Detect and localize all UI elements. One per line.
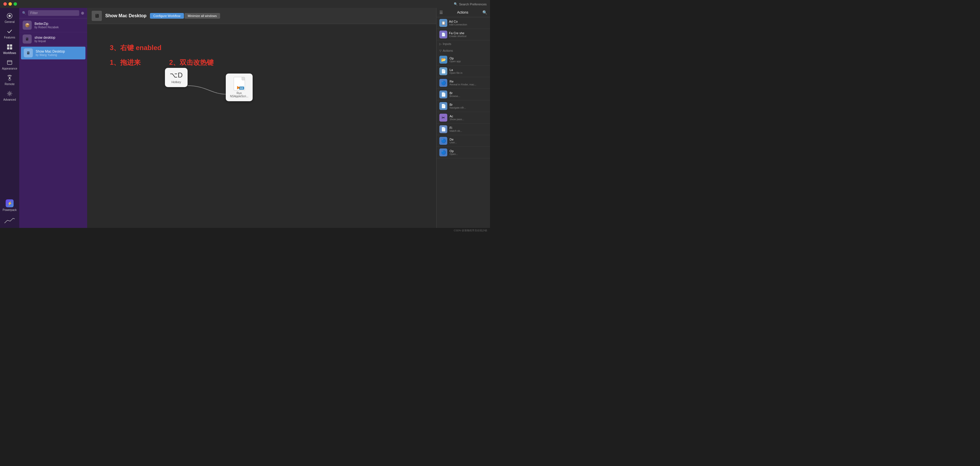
betterzip-name: BetterZip	[35, 22, 84, 26]
filter-options-icon[interactable]: ⊕	[81, 11, 84, 15]
filter-input[interactable]	[28, 10, 79, 16]
panel-search-icon[interactable]: 🔍	[482, 10, 487, 15]
showdesktop-icon: 🖥	[22, 35, 32, 44]
action-thumb-op1: 📂	[439, 56, 447, 63]
inputs-section[interactable]: ▷ Inputs	[436, 40, 490, 47]
workflow-item-showdesktop[interactable]: 🖥 show desktop by lequal	[19, 32, 87, 46]
action-desc-re: Reveal in Finder, mac...	[450, 83, 487, 86]
sidebar-label-remote: Remote	[5, 82, 14, 86]
general-icon	[6, 13, 13, 19]
content-header-icon: 🖥	[92, 11, 102, 21]
action-item-op2[interactable]: 🔵 Op Open...	[436, 147, 490, 159]
action-desc-br2: Navigate Alfr...	[450, 106, 487, 109]
action-name-ac: Ac	[450, 114, 487, 118]
panel-header: ☰ Actions 🔍	[436, 8, 490, 17]
action-desc-op1: Open app	[450, 60, 487, 63]
action-item-br1[interactable]: 📄 Br Browse...	[436, 89, 490, 100]
script-node[interactable]: AS ▶ Run NSAppleScrі...	[226, 73, 253, 101]
content-area: 🖥 Show Mac Desktop Configure Workflow Mi…	[87, 8, 436, 228]
action-info-op2: Op Open...	[450, 149, 487, 155]
inputs-chevron: ▷	[439, 43, 442, 46]
hotkey-label: Hotkey	[168, 80, 184, 84]
sidebar-item-remote[interactable]: Remote	[0, 72, 19, 88]
action-thumb-la: 📄	[439, 67, 447, 75]
fullscreen-button[interactable]	[14, 2, 17, 6]
sidebar-label-workflows: Workflows	[3, 51, 16, 55]
annotation-1: 1、拖进来	[110, 58, 141, 67]
action-item-br2[interactable]: 📄 Br Navigate Alfr...	[436, 100, 490, 112]
fa-cre-desc: Create shortcut	[449, 35, 487, 38]
action-item-la[interactable]: 📄 La Open file in	[436, 66, 490, 77]
bottom-bar-text: CSDN @落魄程序员在线沙砾	[454, 229, 487, 233]
workflow-item-betterzip[interactable]: 📦 BetterZip by Robert Rezabek	[19, 18, 87, 32]
content-header: 🖥 Show Mac Desktop Configure Workflow Mi…	[87, 8, 436, 24]
showmacdesktop-author: by Wang Yudong	[36, 54, 83, 57]
ad-co-info: Ad Co Add Connection	[449, 20, 487, 26]
action-item-fi[interactable]: 📄 Fi Match ob...	[436, 124, 490, 135]
workflow-item-showmacdesktop[interactable]: 🖥 Show Mac Desktop by Wang Yudong	[21, 47, 86, 59]
action-item-de[interactable]: 🔵 De User...	[436, 135, 490, 147]
action-thumb-op2: 🔵	[439, 149, 447, 156]
ad-co-desc: Add Connection	[449, 23, 487, 26]
svg-point-9	[9, 93, 11, 94]
action-items-list: 📂 Op Open app 📄 La Open file in 🔵 Re Rev…	[436, 54, 490, 228]
action-name-op1: Op	[450, 57, 487, 60]
script-arrow-badge: ▶	[237, 85, 240, 90]
sidebar-item-features[interactable]: Features	[0, 26, 19, 41]
hotkey-node[interactable]: ⌥D Hotkey	[165, 68, 188, 87]
features-icon	[6, 28, 13, 35]
panel-list-icon[interactable]: ☰	[439, 10, 443, 15]
showdesktop-name: show desktop	[35, 36, 84, 40]
action-name-br2: Br	[450, 103, 487, 106]
content-title: Show Mac Desktop	[105, 13, 146, 18]
appearance-icon	[6, 59, 13, 66]
showmacdesktop-icon: 🖥	[24, 48, 33, 57]
actions-chevron: ▽	[439, 49, 442, 52]
fa-cre-item[interactable]: 📄 Fa Cre she Create shortcut	[436, 29, 490, 40]
sidebar-item-advanced[interactable]: Advanced	[0, 88, 19, 103]
action-desc-la: Open file in	[450, 71, 487, 74]
header-tabs: Configure Workflow Minimize all windows	[150, 13, 220, 19]
sidebar-item-workflows[interactable]: Workflows	[0, 41, 19, 57]
sidebar-item-appearance[interactable]: Appearance	[0, 57, 19, 72]
minimize-button[interactable]	[8, 2, 12, 6]
action-thumb-br2: 📄	[439, 102, 447, 110]
action-thumb-re: 🔵	[439, 79, 447, 87]
remote-icon	[6, 74, 13, 81]
showmacdesktop-info: Show Mac Desktop by Wang Yudong	[36, 49, 83, 57]
script-icon-area: AS ▶	[232, 77, 246, 90]
titlebar: 🔍 Search Preferences	[0, 0, 490, 8]
sidebar-label-appearance: Appearance	[2, 67, 17, 70]
action-info-br1: Br Browse...	[450, 91, 487, 98]
action-desc-fi: Match ob...	[450, 130, 487, 132]
close-button[interactable]	[3, 2, 7, 6]
action-info-ac: Ac Show pass...	[450, 114, 487, 121]
filter-bar: 🔍 ⊕	[19, 8, 87, 18]
action-item-ac[interactable]: ✂ Ac Show pass...	[436, 112, 490, 124]
bottom-bar: CSDN @落魄程序员在线沙砾	[0, 228, 490, 233]
tab-configure-workflow[interactable]: Configure Workflow	[150, 13, 184, 19]
sidebar-item-general[interactable]: General	[0, 10, 19, 26]
tab-minimize-windows[interactable]: Minimize all windows	[185, 13, 220, 19]
action-item-re[interactable]: 🔵 Re Reveal in Finder, mac...	[436, 77, 490, 89]
action-thumb-de: 🔵	[439, 137, 447, 145]
annotation-3: 3、右键 enabled	[110, 43, 162, 52]
fa-cre-thumb: 📄	[439, 30, 447, 38]
actions-label: Actions	[443, 49, 453, 52]
action-name-op2: Op	[450, 149, 487, 153]
actions-section[interactable]: ▽ Actions	[436, 47, 490, 54]
svg-rect-5	[10, 47, 12, 49]
action-thumb-fi: 📄	[439, 125, 447, 133]
search-preferences[interactable]: 🔍 Search Preferences	[454, 2, 487, 6]
filter-search-icon: 🔍	[22, 11, 26, 15]
action-item-op1[interactable]: 📂 Op Open app	[436, 54, 490, 66]
sidebar-item-powerpack[interactable]: ⚡ Powerpack	[0, 197, 19, 214]
advanced-icon	[6, 90, 13, 97]
workflow-list: 📦 BetterZip by Robert Rezabek 🖥 show des…	[19, 18, 87, 228]
search-icon: 🔍	[454, 2, 458, 6]
action-desc-ac: Show pass...	[450, 118, 487, 121]
svg-rect-6	[7, 60, 12, 65]
svg-rect-4	[7, 47, 10, 49]
ad-co-name: Ad Co	[449, 20, 487, 23]
ad-co-item[interactable]: 📋 Ad Co Add Connection	[436, 17, 490, 29]
